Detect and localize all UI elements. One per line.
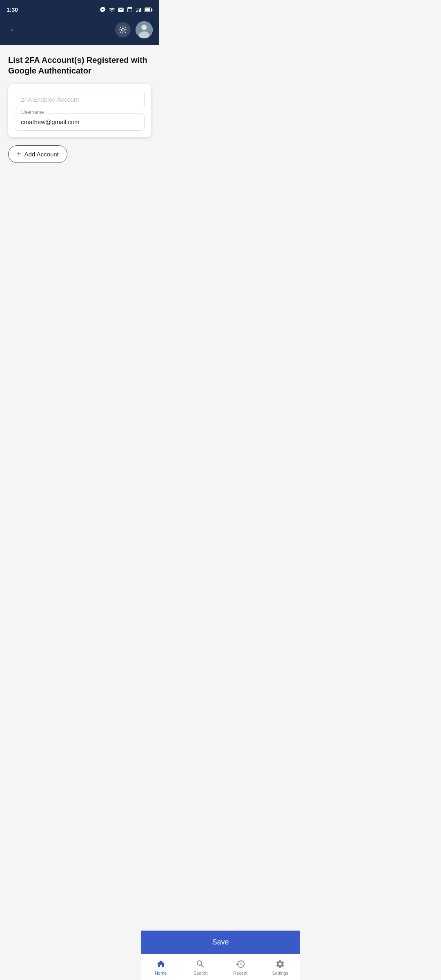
add-account-button[interactable]: + Add Account bbox=[8, 145, 67, 163]
field-group-2fa bbox=[15, 91, 145, 108]
status-icons bbox=[100, 7, 153, 13]
account-card: Username bbox=[8, 84, 151, 137]
signal-icon bbox=[136, 7, 142, 13]
status-bar: 1:30 bbox=[0, 0, 159, 18]
messenger-icon bbox=[100, 7, 106, 13]
svg-rect-5 bbox=[151, 9, 153, 11]
app-bar-right bbox=[115, 21, 153, 38]
svg-point-7 bbox=[122, 29, 124, 31]
username-label: Username bbox=[20, 109, 45, 115]
gear-settings-button[interactable] bbox=[115, 22, 131, 38]
battery-icon bbox=[145, 7, 153, 13]
field-group-username: Username bbox=[15, 113, 145, 131]
svg-rect-6 bbox=[145, 8, 150, 11]
status-time: 1:30 bbox=[7, 7, 18, 13]
svg-point-11 bbox=[142, 25, 146, 29]
username-input[interactable] bbox=[15, 113, 145, 131]
avatar-image bbox=[136, 21, 153, 38]
plus-icon: + bbox=[17, 150, 21, 158]
calendar-icon bbox=[127, 7, 133, 13]
page-title: List 2FA Account(s) Registered with Goog… bbox=[8, 55, 151, 76]
gear-icon bbox=[118, 25, 127, 34]
svg-rect-3 bbox=[140, 8, 141, 12]
2fa-enabled-account-input[interactable] bbox=[15, 91, 145, 108]
page-content: List 2FA Account(s) Registered with Goog… bbox=[0, 45, 159, 292]
user-avatar[interactable] bbox=[136, 21, 153, 38]
add-account-label: Add Account bbox=[24, 151, 59, 158]
svg-rect-2 bbox=[139, 9, 140, 12]
wifi-icon bbox=[109, 7, 115, 13]
gmail-icon bbox=[118, 7, 124, 13]
svg-rect-1 bbox=[138, 10, 138, 12]
svg-rect-0 bbox=[136, 11, 137, 12]
app-bar: ← bbox=[0, 18, 159, 45]
back-button[interactable]: ← bbox=[7, 22, 21, 37]
